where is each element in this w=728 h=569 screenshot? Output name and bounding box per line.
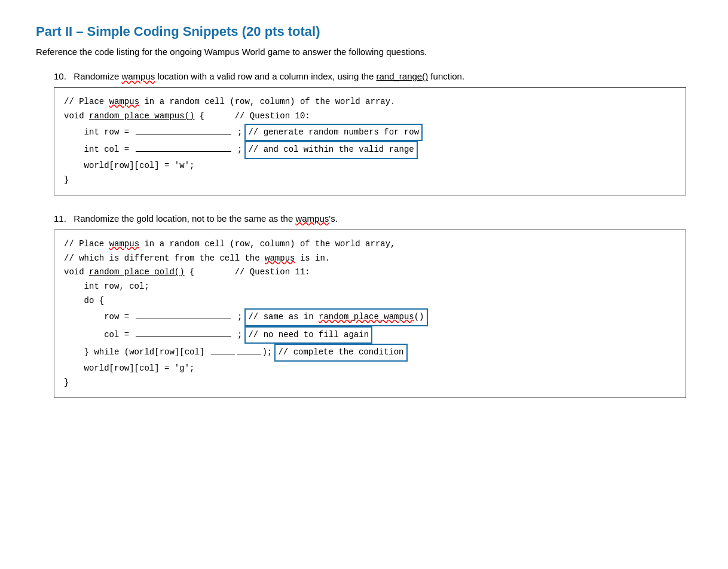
code-text: // Place wampus in a random cell (row, c… <box>64 95 396 109</box>
wampus-word-q10: wampus <box>121 71 155 81</box>
question-11-suffix: 's. <box>329 213 338 224</box>
code-line-1a: // Place wampus in a random cell (row, c… <box>64 95 676 109</box>
code-text: int row, col; <box>64 282 149 291</box>
question-10-text: 10. Randomize wampus location with a val… <box>54 71 692 81</box>
blank-col2 <box>136 336 231 337</box>
question-11-block: 11. Randomize the gold location, not to … <box>36 213 692 398</box>
code-text: world[row][col] = 'w'; <box>64 161 194 170</box>
code-text: void random_place_wampus() { // Question… <box>64 109 310 124</box>
code-text: } <box>64 378 69 387</box>
code-line-1e: world[row][col] = 'w'; <box>64 159 676 173</box>
code-line-2f: row = ; // same as in random_place_wampu… <box>64 308 676 326</box>
question-11-prefix: Randomize the gold location, not to be t… <box>74 213 295 224</box>
question-11-number: 11. <box>54 213 71 224</box>
code-semicolon: ; <box>233 126 243 140</box>
question-10-prefix: Randomize <box>74 71 121 81</box>
code-box-1: // Place wampus in a random cell (row, c… <box>54 87 686 195</box>
code-line-2i: world[row][col] = 'g'; <box>64 362 676 376</box>
blank-row2 <box>136 319 231 319</box>
code-line-2c: void random_place_gold() { // Question 1… <box>64 265 676 280</box>
code-box-2: // Place wampus in a random cell (row, c… <box>54 230 686 398</box>
part-title: Part II – Simple Coding Snippets (20 pts… <box>36 24 692 39</box>
blank-col <box>136 151 231 152</box>
code-text-col2: col = <box>64 328 134 342</box>
code-line-1f: } <box>64 173 676 188</box>
code-line-2j: } <box>64 376 676 390</box>
highlight-box-while: // complete the condition <box>274 344 407 362</box>
wampus-word-q11: wampus <box>295 213 329 224</box>
code-text: world[row][col] = 'g'; <box>64 363 194 373</box>
code-semicolon3: ; <box>233 310 243 325</box>
highlight-box-row2: // same as in random_place_wampus() <box>244 308 427 326</box>
code-text-while2: ); <box>262 345 273 360</box>
question-10-number: 10. <box>54 71 71 81</box>
blank-row <box>136 134 231 134</box>
code-line-2h: } while (world[row][col] ); // complete … <box>64 344 676 362</box>
question-11-text: 11. Randomize the gold location, not to … <box>54 213 692 224</box>
code-text: } <box>64 175 69 185</box>
code-line-2e: do { <box>64 294 676 308</box>
question-10-block: 10. Randomize wampus location with a val… <box>36 71 692 195</box>
code-semicolon4: ; <box>233 328 243 342</box>
code-line-2g: col = ; // no need to fill again <box>64 326 676 344</box>
highlight-box-col: // and col within the valid range <box>244 141 417 159</box>
code-line-2d: int row, col; <box>64 280 676 294</box>
code-line-2b: // which is different from the cell the … <box>64 252 676 266</box>
code-line-2a: // Place wampus in a random cell (row, c… <box>64 237 676 252</box>
code-line-1c: int row = ; // generate random numbers f… <box>64 124 676 142</box>
code-text-row: int row = <box>64 126 134 140</box>
code-semicolon2: ; <box>233 143 243 157</box>
code-text: // Place wampus in a random cell (row, c… <box>64 239 396 249</box>
code-text: // which is different from the cell the … <box>64 253 330 263</box>
blank-while2 <box>237 354 261 354</box>
code-line-1b: void random_place_wampus() { // Question… <box>64 109 676 124</box>
code-text-while: } while (world[row][col] <box>64 345 210 360</box>
code-text-col: int col = <box>64 143 134 157</box>
code-line-1d: int col = ; // and col within the valid … <box>64 141 676 159</box>
question-10-middle: location with a valid row and a column i… <box>155 71 376 81</box>
code-text: void random_place_gold() { // Question 1… <box>64 267 310 277</box>
question-10-end: function. <box>428 71 464 81</box>
rand-range-link: rand_range() <box>376 71 428 81</box>
intro-text: Reference the code listing for the ongoi… <box>36 47 692 57</box>
highlight-box-row: // generate random numbers for row <box>244 124 423 142</box>
blank-while1 <box>211 354 235 354</box>
code-text-row2: row = <box>64 310 134 325</box>
code-text: do { <box>64 296 104 305</box>
highlight-box-col2: // no need to fill again <box>244 326 372 344</box>
